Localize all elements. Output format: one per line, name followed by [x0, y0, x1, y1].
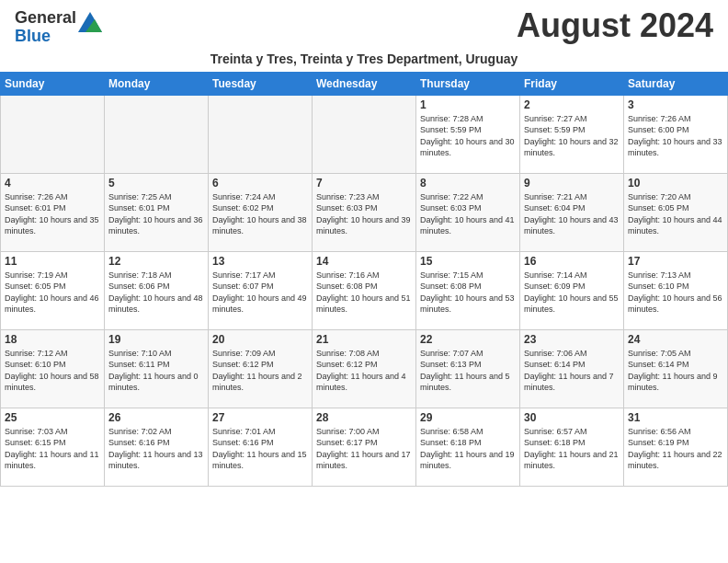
day-number: 15: [420, 255, 516, 268]
day-number: 31: [628, 411, 723, 424]
calendar-cell: 1Sunrise: 7:28 AMSunset: 5:59 PMDaylight…: [416, 95, 520, 173]
col-monday: Monday: [105, 72, 209, 95]
day-info: Sunrise: 7:03 AMSunset: 6:15 PMDaylight:…: [5, 426, 100, 472]
day-info: Sunrise: 7:22 AMSunset: 6:03 PMDaylight:…: [420, 191, 516, 237]
day-info: Sunrise: 7:16 AMSunset: 6:08 PMDaylight:…: [316, 270, 412, 316]
day-number: 14: [316, 255, 412, 268]
day-number: 25: [5, 411, 100, 424]
day-number: 6: [212, 177, 308, 190]
day-info: Sunrise: 7:10 AMSunset: 6:11 PMDaylight:…: [108, 348, 204, 394]
day-info: Sunrise: 7:18 AMSunset: 6:06 PMDaylight:…: [108, 270, 204, 316]
day-number: 11: [5, 255, 100, 268]
calendar-cell: 17Sunrise: 7:13 AMSunset: 6:10 PMDayligh…: [624, 251, 728, 329]
day-info: Sunrise: 7:05 AMSunset: 6:14 PMDaylight:…: [628, 348, 723, 394]
month-title: August 2024: [517, 9, 713, 42]
day-info: Sunrise: 7:13 AMSunset: 6:10 PMDaylight:…: [628, 270, 723, 316]
day-info: Sunrise: 7:01 AMSunset: 6:16 PMDaylight:…: [212, 426, 308, 472]
day-number: 7: [316, 177, 412, 190]
calendar-cell: 23Sunrise: 7:06 AMSunset: 6:14 PMDayligh…: [520, 329, 624, 408]
calendar-cell: 3Sunrise: 7:26 AMSunset: 6:00 PMDaylight…: [624, 95, 728, 173]
calendar-cell: 21Sunrise: 7:08 AMSunset: 6:12 PMDayligh…: [313, 329, 416, 408]
calendar-cell: 16Sunrise: 7:14 AMSunset: 6:09 PMDayligh…: [520, 251, 624, 329]
day-number: 26: [108, 411, 204, 424]
calendar-cell: 29Sunrise: 6:58 AMSunset: 6:18 PMDayligh…: [416, 408, 520, 486]
day-info: Sunrise: 7:14 AMSunset: 6:09 PMDaylight:…: [524, 270, 620, 316]
calendar-cell: 2Sunrise: 7:27 AMSunset: 5:59 PMDaylight…: [520, 95, 624, 173]
day-info: Sunrise: 6:58 AMSunset: 6:18 PMDaylight:…: [420, 426, 516, 472]
page-container: General Blue August 2024 Treinta y Tres,…: [0, 0, 728, 487]
logo: General Blue: [15, 9, 102, 46]
col-tuesday: Tuesday: [209, 72, 313, 95]
calendar-cell: 19Sunrise: 7:10 AMSunset: 6:11 PMDayligh…: [105, 329, 209, 408]
week-row-5: 25Sunrise: 7:03 AMSunset: 6:15 PMDayligh…: [1, 408, 728, 486]
col-thursday: Thursday: [416, 72, 520, 95]
calendar-cell: 8Sunrise: 7:22 AMSunset: 6:03 PMDaylight…: [416, 173, 520, 251]
calendar-table: Sunday Monday Tuesday Wednesday Thursday…: [0, 72, 728, 487]
calendar-cell: 26Sunrise: 7:02 AMSunset: 6:16 PMDayligh…: [105, 408, 209, 486]
calendar-cell: 14Sunrise: 7:16 AMSunset: 6:08 PMDayligh…: [313, 251, 416, 329]
day-number: 12: [108, 255, 204, 268]
day-info: Sunrise: 7:00 AMSunset: 6:17 PMDaylight:…: [316, 426, 412, 472]
subtitle: Treinta y Tres, Treinta y Tres Departmen…: [0, 50, 728, 72]
calendar-cell: [313, 95, 416, 173]
day-info: Sunrise: 7:20 AMSunset: 6:05 PMDaylight:…: [628, 191, 723, 237]
day-number: 24: [628, 333, 723, 346]
day-number: 30: [524, 411, 620, 424]
week-row-2: 4Sunrise: 7:26 AMSunset: 6:01 PMDaylight…: [1, 173, 728, 251]
day-info: Sunrise: 7:12 AMSunset: 6:10 PMDaylight:…: [5, 348, 100, 394]
col-saturday: Saturday: [624, 72, 728, 95]
calendar-cell: 22Sunrise: 7:07 AMSunset: 6:13 PMDayligh…: [416, 329, 520, 408]
calendar-cell: 11Sunrise: 7:19 AMSunset: 6:05 PMDayligh…: [1, 251, 105, 329]
day-info: Sunrise: 7:26 AMSunset: 6:01 PMDaylight:…: [5, 191, 100, 237]
calendar-cell: 10Sunrise: 7:20 AMSunset: 6:05 PMDayligh…: [624, 173, 728, 251]
day-number: 8: [420, 177, 516, 190]
day-info: Sunrise: 7:19 AMSunset: 6:05 PMDaylight:…: [5, 270, 100, 316]
day-info: Sunrise: 7:21 AMSunset: 6:04 PMDaylight:…: [524, 191, 620, 237]
day-info: Sunrise: 7:25 AMSunset: 6:01 PMDaylight:…: [108, 191, 204, 237]
logo-icon: [78, 12, 102, 36]
calendar-cell: 4Sunrise: 7:26 AMSunset: 6:01 PMDaylight…: [1, 173, 105, 251]
day-info: Sunrise: 7:06 AMSunset: 6:14 PMDaylight:…: [524, 348, 620, 394]
week-row-3: 11Sunrise: 7:19 AMSunset: 6:05 PMDayligh…: [1, 251, 728, 329]
calendar-cell: 31Sunrise: 6:56 AMSunset: 6:19 PMDayligh…: [624, 408, 728, 486]
calendar-cell: [209, 95, 313, 173]
day-number: 21: [316, 333, 412, 346]
day-number: 19: [108, 333, 204, 346]
calendar-cell: [1, 95, 105, 173]
day-info: Sunrise: 7:23 AMSunset: 6:03 PMDaylight:…: [316, 191, 412, 237]
calendar-cell: 12Sunrise: 7:18 AMSunset: 6:06 PMDayligh…: [105, 251, 209, 329]
day-number: 3: [628, 98, 723, 111]
col-friday: Friday: [520, 72, 624, 95]
day-info: Sunrise: 7:26 AMSunset: 6:00 PMDaylight:…: [628, 113, 723, 159]
day-number: 9: [524, 177, 620, 190]
day-info: Sunrise: 7:24 AMSunset: 6:02 PMDaylight:…: [212, 191, 308, 237]
calendar-header-row: Sunday Monday Tuesday Wednesday Thursday…: [1, 72, 728, 95]
day-number: 27: [212, 411, 308, 424]
calendar-cell: 30Sunrise: 6:57 AMSunset: 6:18 PMDayligh…: [520, 408, 624, 486]
calendar-cell: 20Sunrise: 7:09 AMSunset: 6:12 PMDayligh…: [209, 329, 313, 408]
day-info: Sunrise: 7:17 AMSunset: 6:07 PMDaylight:…: [212, 270, 308, 316]
day-number: 1: [420, 98, 516, 111]
calendar-cell: 15Sunrise: 7:15 AMSunset: 6:08 PMDayligh…: [416, 251, 520, 329]
calendar-cell: [105, 95, 209, 173]
calendar-cell: 18Sunrise: 7:12 AMSunset: 6:10 PMDayligh…: [1, 329, 105, 408]
calendar-cell: 13Sunrise: 7:17 AMSunset: 6:07 PMDayligh…: [209, 251, 313, 329]
day-number: 23: [524, 333, 620, 346]
day-info: Sunrise: 6:57 AMSunset: 6:18 PMDaylight:…: [524, 426, 620, 472]
day-number: 13: [212, 255, 308, 268]
day-number: 4: [5, 177, 100, 190]
day-number: 2: [524, 98, 620, 111]
calendar-cell: 5Sunrise: 7:25 AMSunset: 6:01 PMDaylight…: [105, 173, 209, 251]
calendar-cell: 6Sunrise: 7:24 AMSunset: 6:02 PMDaylight…: [209, 173, 313, 251]
logo-blue-text: Blue: [15, 27, 51, 45]
logo-general-text: General: [15, 8, 76, 27]
day-number: 5: [108, 177, 204, 190]
calendar-cell: 25Sunrise: 7:03 AMSunset: 6:15 PMDayligh…: [1, 408, 105, 486]
day-info: Sunrise: 7:15 AMSunset: 6:08 PMDaylight:…: [420, 270, 516, 316]
day-info: Sunrise: 7:27 AMSunset: 5:59 PMDaylight:…: [524, 113, 620, 159]
day-info: Sunrise: 7:08 AMSunset: 6:12 PMDaylight:…: [316, 348, 412, 394]
col-sunday: Sunday: [1, 72, 105, 95]
day-number: 17: [628, 255, 723, 268]
col-wednesday: Wednesday: [313, 72, 416, 95]
day-number: 29: [420, 411, 516, 424]
